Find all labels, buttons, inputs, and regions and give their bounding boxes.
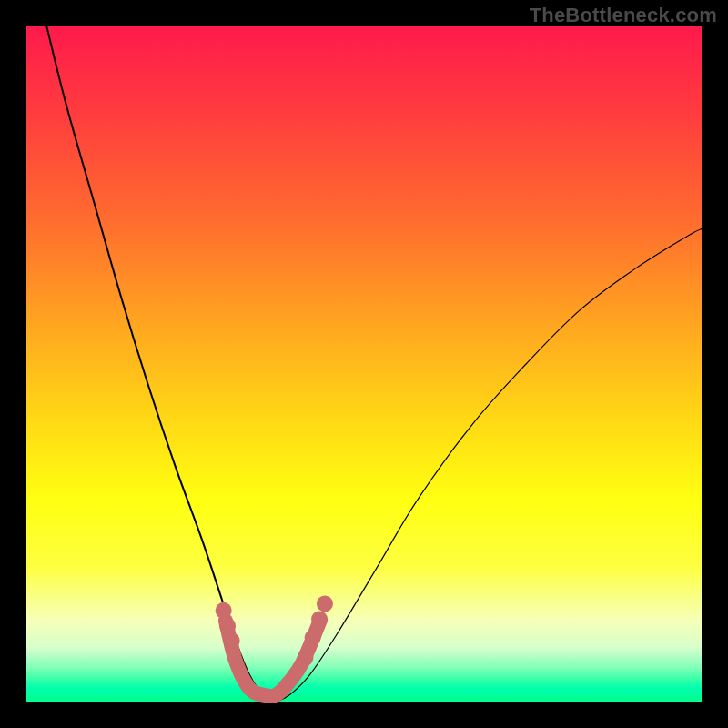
highlight-dot [224,632,240,649]
highlight-dot [311,611,328,627]
highlight-dot [305,630,321,646]
curve-right-branch [277,229,702,702]
highlight-dot [216,602,232,619]
highlight-dot [219,618,236,634]
attribution-text: TheBottleneck.com [530,4,717,27]
highlight-dot [297,650,313,666]
plot-area [26,26,702,702]
chart-container: TheBottleneck.com [0,0,728,728]
curve-left-branch [46,26,276,702]
highlight-dot [317,595,333,612]
curve-layer [26,26,702,702]
